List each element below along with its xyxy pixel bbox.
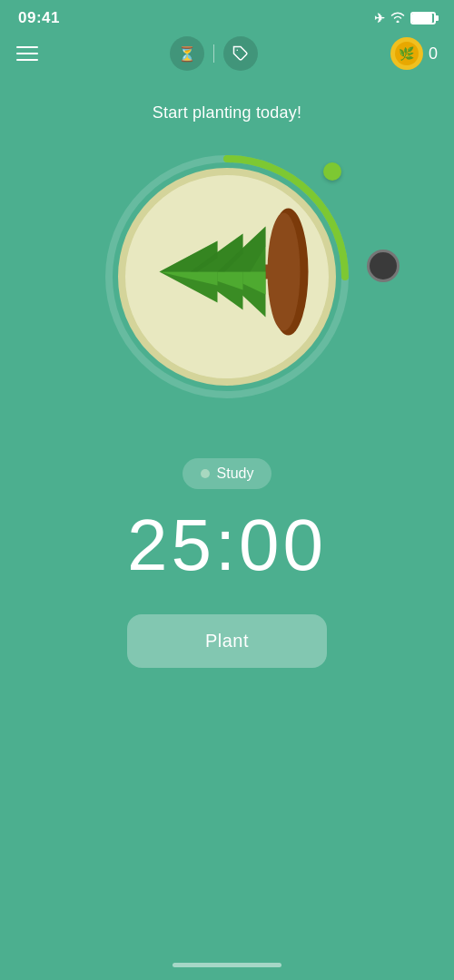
coin-toggle[interactable]: 🌿 0 [390, 37, 438, 70]
tree-circle [118, 168, 336, 386]
progress-ring [100, 150, 354, 404]
mode-toggle-button[interactable] [367, 250, 400, 282]
plant-button[interactable]: Plant [127, 614, 327, 668]
status-icons: ✈ [374, 11, 436, 25]
status-bar: 09:41 ✈ [0, 0, 454, 31]
arc-endpoint-dot [323, 162, 341, 181]
plant-button-wrap: Plant [0, 614, 454, 668]
timer-display: 25:00 [0, 504, 454, 587]
time-display: 09:41 [18, 9, 60, 27]
study-dot [201, 469, 210, 478]
top-center-icons: ⏳ [170, 36, 258, 71]
menu-button[interactable] [16, 46, 38, 61]
coin-icon: 🌿 [390, 37, 423, 70]
tag-icon[interactable] [223, 36, 258, 71]
battery-icon [410, 12, 436, 24]
wifi-icon [390, 11, 405, 25]
timer-icon[interactable]: ⏳ [170, 36, 204, 71]
icon-divider [213, 44, 214, 63]
tree-illustration [154, 188, 300, 351]
airplane-icon: ✈ [374, 11, 385, 25]
home-indicator [173, 963, 281, 967]
coin-count: 0 [429, 44, 438, 64]
headline-text: Start planting today! [0, 103, 454, 122]
study-tag[interactable]: Study [0, 458, 454, 489]
study-pill[interactable]: Study [183, 458, 272, 489]
coin-leaf-icon: 🌿 [399, 46, 414, 61]
study-label: Study [217, 466, 254, 482]
nav-bar: ⏳ 🌿 0 [0, 31, 454, 78]
tree-container [0, 150, 454, 404]
